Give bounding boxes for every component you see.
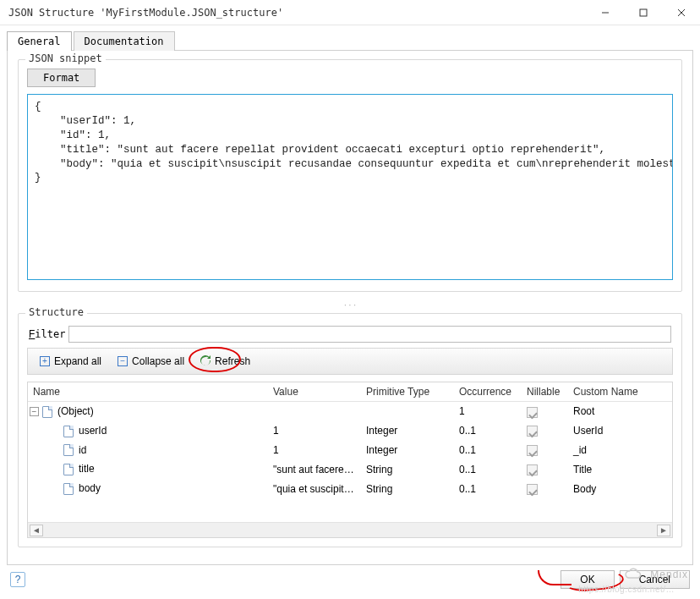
row-occurrence: 0..1 [454,460,522,479]
row-primitive-type: String [361,480,454,498]
row-primitive-type [361,408,454,415]
refresh-icon [200,355,211,367]
scroll-right-icon[interactable]: ► [657,525,670,536]
row-nillable [522,480,568,498]
row-nillable [522,402,568,420]
table-row[interactable]: title"sunt aut facere re...String0..1Tit… [28,459,672,479]
window-close-button[interactable] [662,0,700,25]
table-row[interactable]: id1Integer0..1_id [28,441,672,460]
json-snippet-textarea[interactable] [27,94,673,280]
col-occurrence[interactable]: Occurrence [454,382,522,401]
structure-toolbar: + Expand all − Collapse all Refresh [27,348,673,375]
refresh-button[interactable]: Refresh [194,352,256,371]
dialog-footer: ? OK Cancel [0,565,700,597]
window-titlebar: JSON Structure 'MyFirstModule.JSON_struc… [0,0,700,25]
ok-button[interactable]: OK [561,570,614,589]
format-button[interactable]: Format [27,69,96,87]
checkbox-checked-icon [527,445,538,456]
row-nillable [522,460,568,479]
filter-row: Filter [29,326,671,343]
maximize-icon [639,8,648,17]
tab-panel-general: JSON snippet Format · · · Structure Filt… [7,50,693,565]
checkbox-checked-icon [527,484,538,495]
tab-documentation[interactable]: Documentation [74,31,175,51]
checkbox-checked-icon [527,407,538,418]
page-icon [42,406,52,418]
col-nillable[interactable]: Nillable [522,382,568,401]
structure-tree-header: Name Value Primitive Type Occurrence Nil… [28,382,672,402]
window-minimize-button[interactable] [586,0,624,25]
refresh-label: Refresh [215,355,250,367]
expand-all-label: Expand all [54,355,101,367]
row-primitive-type: Integer [361,441,454,459]
help-button[interactable]: ? [10,572,25,587]
structure-tree-body[interactable]: −(Object)1RootuserId1Integer0..1UserIdid… [28,402,672,522]
row-primitive-type: String [361,460,454,479]
tab-general[interactable]: General [7,31,72,51]
row-value: 1 [268,421,361,440]
close-icon [677,8,686,17]
row-custom-name: Root [568,402,672,420]
table-row[interactable]: −(Object)1Root [28,402,672,421]
checkbox-checked-icon [527,426,538,437]
json-snippet-group: JSON snippet Format [18,59,682,292]
page-icon [63,444,74,456]
row-custom-name: Body [568,480,672,498]
scroll-left-icon[interactable]: ◄ [30,525,43,536]
row-value: 1 [268,441,361,459]
page-icon [63,483,74,495]
tab-strip: General Documentation [0,25,700,50]
row-occurrence: 1 [454,402,522,420]
col-primitive-type[interactable]: Primitive Type [361,382,454,401]
svg-rect-1 [640,9,647,16]
row-value [268,408,361,415]
structure-legend: Structure [25,306,87,318]
window-title: JSON Structure 'MyFirstModule.JSON_struc… [8,7,586,19]
collapse-all-button[interactable]: − Collapse all [111,352,190,371]
collapse-icon: − [117,355,129,367]
row-nillable [522,421,568,440]
col-custom-name[interactable]: Custom Name [568,382,672,401]
table-row[interactable]: userId1Integer0..1UserId [28,421,672,441]
json-snippet-legend: JSON snippet [25,52,106,64]
row-value: "sunt aut facere re... [268,460,361,479]
window-maximize-button[interactable] [624,0,662,25]
expand-all-button[interactable]: + Expand all [33,352,107,371]
collapse-all-label: Collapse all [132,355,184,367]
row-nillable [522,441,568,459]
checkbox-checked-icon [527,464,538,475]
row-name: id [79,444,86,456]
minimize-icon [601,8,610,17]
structure-tree: Name Value Primitive Type Occurrence Nil… [27,382,673,538]
expand-icon: + [39,355,51,367]
row-occurrence: 0..1 [454,421,522,440]
page-icon [63,464,74,475]
row-name: body [79,482,101,494]
structure-group: Structure Filter + Expand all − Collapse… [18,313,682,547]
help-icon: ? [15,574,21,585]
row-custom-name: Title [568,460,672,479]
filter-input[interactable] [68,326,671,343]
table-row[interactable]: body"quia et suscipit\ns...String0..1Bod… [28,479,672,498]
row-value: "quia et suscipit\ns... [268,480,361,498]
horizontal-scrollbar[interactable]: ◄ ► [28,522,672,537]
resize-grip-icon[interactable]: · · · [18,300,682,310]
page-icon [63,426,74,437]
col-name[interactable]: Name [28,382,268,401]
row-name: userId [79,425,107,437]
row-name: (Object) [57,405,94,417]
row-occurrence: 0..1 [454,441,522,459]
row-occurrence: 0..1 [454,480,522,498]
row-custom-name: _id [568,441,672,459]
row-primitive-type: Integer [361,421,454,440]
filter-label: Filter [29,328,65,340]
tree-expander-icon[interactable]: − [30,407,39,416]
cancel-button[interactable]: Cancel [620,570,690,589]
row-name: title [79,463,95,475]
col-value[interactable]: Value [268,382,361,401]
row-custom-name: UserId [568,421,672,440]
